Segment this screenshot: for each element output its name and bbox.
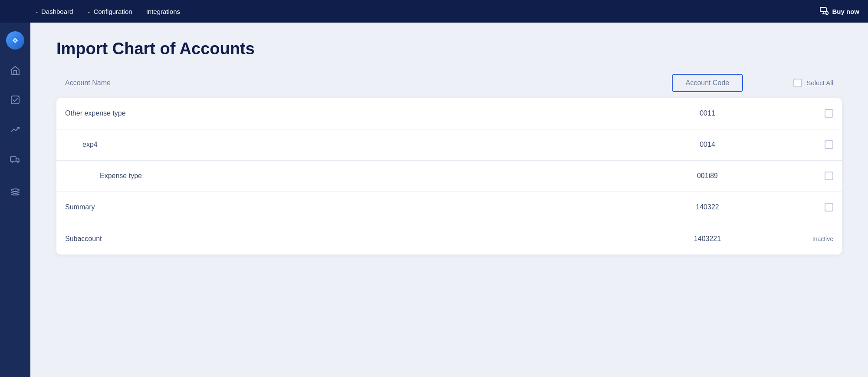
row-account-code: 0014 xyxy=(651,141,764,149)
row-checkbox[interactable] xyxy=(825,140,833,149)
sidebar-layers[interactable] xyxy=(7,183,24,201)
svg-rect-0 xyxy=(820,7,826,12)
monitor-icon xyxy=(819,7,829,16)
svg-point-1 xyxy=(825,12,828,15)
table-row: exp4 0014 xyxy=(56,129,842,161)
row-account-name: exp4 xyxy=(65,141,651,149)
table-row: Summary 140322 xyxy=(56,192,842,223)
row-action xyxy=(764,140,833,149)
col-select-all-header: Select All xyxy=(764,79,833,87)
row-account-code: 140322 xyxy=(651,203,764,211)
sidebar-delivery[interactable] xyxy=(7,150,24,168)
nav-integrations[interactable]: Integrations xyxy=(146,8,180,15)
row-action xyxy=(764,172,833,180)
logo-icon xyxy=(10,35,21,46)
sidebar xyxy=(0,23,30,377)
buy-now-button[interactable]: Buy now xyxy=(819,7,860,16)
row-account-code: 0011 xyxy=(651,109,764,117)
col-account-code-header[interactable]: Account Code xyxy=(651,74,764,92)
col-account-name-header: Account Name xyxy=(65,79,651,87)
select-all-checkbox[interactable] xyxy=(793,79,802,87)
svg-rect-4 xyxy=(10,157,16,161)
row-account-name: Expense type xyxy=(65,172,651,180)
sidebar-home[interactable] xyxy=(7,62,24,79)
nav-dashboard[interactable]: ⌄ Dashboard xyxy=(35,8,73,15)
sidebar-analytics[interactable] xyxy=(7,121,24,138)
row-action xyxy=(764,203,833,212)
page-title: Import Chart of Accounts xyxy=(56,40,842,58)
row-checkbox[interactable] xyxy=(825,172,833,180)
row-account-name: Other expense type xyxy=(65,109,651,117)
inactive-badge: Inactive xyxy=(812,235,833,242)
truck-icon xyxy=(10,154,20,164)
svg-point-6 xyxy=(17,161,19,162)
accounts-table: Account Name Account Code Select All Oth… xyxy=(56,74,842,255)
sidebar-tasks[interactable] xyxy=(7,91,24,109)
chevron-icon: ⌄ xyxy=(35,9,39,14)
row-checkbox[interactable] xyxy=(825,109,833,118)
checkbox-icon xyxy=(10,95,20,105)
row-account-code: 1403221 xyxy=(651,235,764,243)
chart-icon xyxy=(10,124,20,135)
svg-rect-3 xyxy=(11,96,19,104)
main-content: Import Chart of Accounts Account Name Ac… xyxy=(30,23,868,377)
row-account-name: Summary xyxy=(65,203,651,211)
table-header: Account Name Account Code Select All xyxy=(56,74,842,98)
svg-point-7 xyxy=(11,189,19,192)
table-row: Subaccount 1403221 Inactive xyxy=(56,223,842,255)
layers-icon xyxy=(10,187,20,197)
row-action: Inactive xyxy=(764,235,833,242)
logo[interactable] xyxy=(6,31,24,50)
chevron-icon: ⌄ xyxy=(87,9,91,14)
row-action xyxy=(764,109,833,118)
row-account-code: 001i89 xyxy=(651,172,764,180)
nav-configuration[interactable]: ⌄ Configuration xyxy=(87,8,132,15)
table-body: Other expense type 0011 exp4 0014 xyxy=(56,98,842,255)
svg-point-5 xyxy=(12,161,13,162)
table-row: Expense type 001i89 xyxy=(56,161,842,192)
table-row: Other expense type 0011 xyxy=(56,98,842,129)
row-checkbox[interactable] xyxy=(825,203,833,212)
row-account-name: Subaccount xyxy=(65,235,651,243)
home-icon xyxy=(10,65,20,76)
top-navigation: ⌄ Dashboard ⌄ Configuration Integrations… xyxy=(0,0,868,23)
